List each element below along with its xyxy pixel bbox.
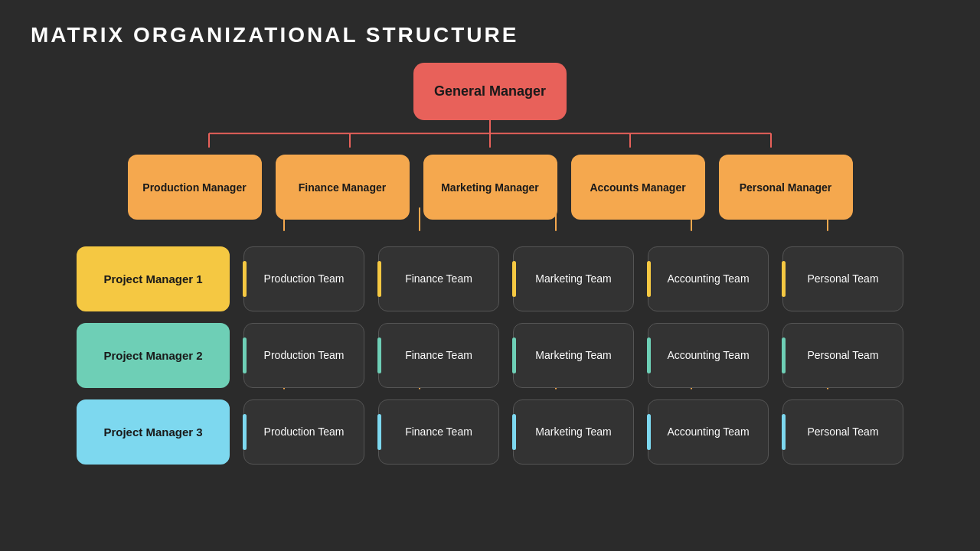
org-chart: General Manager Production Manager Finan… <box>31 63 949 522</box>
team-label-3-mkt: Marketing Team <box>535 425 611 438</box>
team-box-3-fin: Finance Team <box>378 399 499 465</box>
pm-box-1: Project Manager 1 <box>77 246 230 311</box>
managers-row: Production Manager Finance Manager Marke… <box>31 155 949 220</box>
page: MATRIX ORGANIZATIONAL STRUCTURE <box>0 0 980 551</box>
team-box-1-acc: Accounting Team <box>648 246 769 311</box>
manager-label-finance: Finance Manager <box>299 181 386 194</box>
manager-label-marketing: Marketing Manager <box>441 181 539 194</box>
project-row-3: Project Manager 3 Production Team Financ… <box>31 398 949 465</box>
manager-box-marketing: Marketing Manager <box>423 155 557 220</box>
pm-box-3: Project Manager 3 <box>77 399 230 465</box>
manager-box-personal: Personal Manager <box>719 155 853 220</box>
team-box-2-fin: Finance Team <box>378 323 499 388</box>
team-box-3-acc: Accounting Team <box>648 399 769 465</box>
manager-label-production: Production Manager <box>142 181 246 194</box>
team-label-3-fin: Finance Team <box>405 425 472 438</box>
team-label-2-per: Personal Team <box>807 349 878 361</box>
team-label-2-fin: Finance Team <box>405 349 472 361</box>
gm-label: General Manager <box>434 83 546 99</box>
team-box-2-per: Personal Team <box>782 323 903 388</box>
team-label-1-per: Personal Team <box>807 272 878 285</box>
team-label-1-mkt: Marketing Team <box>535 272 611 285</box>
general-manager-box: General Manager <box>413 63 567 120</box>
team-box-1-per: Personal Team <box>782 246 903 311</box>
manager-box-accounts: Accounts Manager <box>571 155 705 220</box>
team-box-3-mkt: Marketing Team <box>513 399 634 465</box>
team-box-3-per: Personal Team <box>782 399 903 465</box>
project-rows: Project Manager 1 Production Team Financ… <box>31 245 949 474</box>
team-box-3-prod: Production Team <box>243 399 364 465</box>
team-box-2-acc: Accounting Team <box>648 323 769 388</box>
team-box-1-mkt: Marketing Team <box>513 246 634 311</box>
team-box-2-mkt: Marketing Team <box>513 323 634 388</box>
manager-label-personal: Personal Manager <box>740 181 832 194</box>
team-label-2-prod: Production Team <box>264 349 345 361</box>
pm-label-3: Project Manager 3 <box>103 425 202 439</box>
manager-box-finance: Finance Manager <box>276 155 410 220</box>
team-box-1-prod: Production Team <box>243 246 364 311</box>
project-row-2: Project Manager 2 Production Team Financ… <box>31 321 949 389</box>
page-title: MATRIX ORGANIZATIONAL STRUCTURE <box>31 23 949 47</box>
team-label-1-acc: Accounting Team <box>667 272 749 285</box>
team-label-3-acc: Accounting Team <box>667 425 749 438</box>
team-label-1-prod: Production Team <box>264 272 345 285</box>
team-label-2-mkt: Marketing Team <box>535 349 611 361</box>
team-label-2-acc: Accounting Team <box>667 349 749 361</box>
team-label-3-per: Personal Team <box>807 425 878 438</box>
project-row-1: Project Manager 1 Production Team Financ… <box>31 245 949 312</box>
pm-box-2: Project Manager 2 <box>77 323 230 388</box>
team-box-2-prod: Production Team <box>243 323 364 388</box>
team-label-3-prod: Production Team <box>264 425 345 438</box>
pm-label-2: Project Manager 2 <box>103 349 202 362</box>
team-label-1-fin: Finance Team <box>405 272 472 285</box>
pm-label-1: Project Manager 1 <box>103 272 202 285</box>
team-box-1-fin: Finance Team <box>378 246 499 311</box>
manager-label-accounts: Accounts Manager <box>590 181 685 194</box>
manager-box-production: Production Manager <box>128 155 262 220</box>
